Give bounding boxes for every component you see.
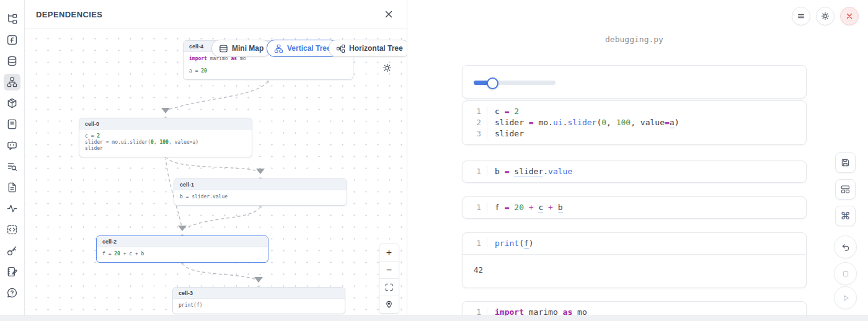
sidebar-item-file-tree[interactable] (4, 11, 20, 27)
panel-title: DEPENDENCIES (36, 10, 102, 19)
notebook-cells: 1c = 22slider = mo.ui.slider(0, 100, val… (462, 65, 807, 321)
bottom-scrollbar[interactable] (0, 315, 868, 321)
zoom-controls: + − (379, 244, 399, 314)
package-icon (6, 97, 18, 109)
node-title: cell-1 (174, 179, 347, 190)
edge-cell-2-cell-3 (182, 263, 256, 279)
dependency-graph-icon (6, 76, 18, 88)
slider-output-cell (462, 65, 807, 99)
document-icon (6, 182, 18, 193)
save-button[interactable] (835, 152, 856, 173)
view-button-label: Horizontal Tree (349, 44, 403, 53)
graph-node-cell-1[interactable]: cell-1b = slider.value (174, 178, 347, 206)
slider-thumb[interactable] (487, 77, 498, 89)
graph-settings-button[interactable] (382, 63, 392, 73)
center-selection-button[interactable] (379, 296, 399, 313)
line-number: 2 (463, 117, 487, 128)
graph-node-cell-3[interactable]: cell-3print(f) (172, 287, 345, 314)
undo-icon (841, 242, 851, 252)
notebook-panel: debugging.py 1c = 22slider = mo.ui.slide… (408, 0, 868, 321)
layout-icon (840, 184, 851, 195)
functions-icon (6, 34, 18, 46)
sidebar-item-scratchpad[interactable] (4, 263, 20, 280)
database-icon (6, 55, 18, 67)
horizontal-tree-icon (336, 44, 345, 53)
undo-button[interactable] (834, 235, 857, 258)
run-button[interactable] (834, 286, 857, 309)
code-cell: 1b = slider.value (462, 160, 807, 183)
dependencies-panel: DEPENDENCIES (25, 0, 407, 321)
keyboard-shortcuts-button[interactable]: ⌘ (835, 206, 856, 226)
line-number: 1 (463, 106, 487, 117)
sidebar-item-functions[interactable] (4, 32, 20, 48)
search-list-icon (6, 160, 18, 172)
mini-map-button[interactable]: Mini Map (211, 40, 271, 57)
sidebar-item-logs[interactable] (4, 116, 20, 133)
gear-icon (820, 11, 830, 21)
graph-node-cell-2[interactable]: cell-2f = 20 + c + b (96, 235, 268, 263)
vertical-tree-button[interactable]: Vertical Tree (267, 40, 339, 57)
help-icon (6, 287, 18, 299)
minimap-icon (219, 44, 228, 53)
helper-sidebar (0, 0, 25, 321)
key-icon (6, 245, 18, 257)
command-icon: ⌘ (841, 211, 851, 221)
code-cell: 1print(f)42 (462, 232, 807, 288)
hamburger-icon (796, 11, 806, 21)
graph-canvas[interactable]: Mini Map Vertical Tree Horizontal Tree +… (25, 29, 407, 316)
sidebar-item-packages[interactable] (4, 95, 20, 112)
play-icon (841, 293, 851, 303)
line-number: 1 (463, 202, 487, 213)
code-line[interactable]: b = slider.value (487, 166, 572, 177)
activity-icon (6, 203, 18, 214)
sidebar-item-documentation[interactable] (4, 179, 20, 196)
fit-view-button[interactable] (379, 279, 399, 296)
stop-icon (841, 269, 851, 279)
edge-cell-1-cell-2 (185, 207, 260, 228)
code-line[interactable]: slider = mo.ui.slider(0, 100, value=a) (487, 117, 679, 128)
marimo-app: DEPENDENCIES (0, 0, 868, 321)
view-button-label: Vertical Tree (287, 44, 331, 53)
code-line[interactable]: c = 2 (487, 106, 519, 117)
notebook-filename: debugging.py (462, 35, 807, 44)
slider-track[interactable] (474, 81, 556, 85)
scroll-icon (6, 118, 18, 130)
zoom-out-button[interactable]: − (379, 262, 399, 279)
sidebar-item-variables[interactable] (4, 158, 20, 175)
sidebar-item-dependencies[interactable] (4, 74, 20, 90)
close-icon (845, 12, 854, 20)
vertical-tree-icon (274, 44, 283, 53)
sidebar-item-datasources[interactable] (4, 53, 20, 69)
node-title: cell-3 (173, 288, 345, 299)
shutdown-button[interactable] (840, 7, 859, 25)
close-panel-icon[interactable] (382, 7, 396, 21)
save-icon (840, 157, 851, 168)
edge-cell-0-cell-1 (166, 157, 259, 171)
code-line[interactable]: slider (487, 128, 524, 139)
node-code: print(f) (173, 299, 345, 314)
node-code: c = 2slider = mo.ui.slider(0, 100, value… (79, 130, 252, 157)
notebook-menu-button[interactable] (792, 7, 810, 25)
stop-button[interactable] (834, 262, 857, 285)
zoom-in-button[interactable]: + (379, 244, 399, 262)
sidebar-item-help[interactable] (4, 284, 20, 301)
fit-view-icon (384, 283, 394, 292)
layout-select-button[interactable] (835, 179, 856, 200)
map-pin-icon (384, 300, 394, 309)
graph-node-cell-0[interactable]: cell-0c = 2slider = mo.ui.slider(0, 100,… (79, 118, 252, 157)
sidebar-item-tracing[interactable] (4, 200, 20, 217)
gear-icon (382, 63, 392, 73)
notebook-settings-button[interactable] (816, 7, 835, 25)
code-line[interactable]: f = 20 + c + b (487, 202, 563, 213)
sidebar-item-secrets[interactable] (4, 242, 20, 259)
cell-output: 42 (463, 254, 806, 288)
sidebar-item-snippets[interactable] (4, 221, 20, 238)
horizontal-tree-button[interactable]: Horizontal Tree (329, 40, 407, 57)
minus-icon: − (386, 265, 392, 276)
code-line[interactable]: print(f) (487, 238, 534, 249)
code-cell: 1c = 22slider = mo.ui.slider(0, 100, val… (462, 100, 807, 145)
file-tree-icon (6, 13, 18, 25)
dependencies-header: DEPENDENCIES (25, 0, 407, 29)
node-title: cell-2 (97, 236, 268, 247)
sidebar-item-chat[interactable] (4, 137, 20, 154)
